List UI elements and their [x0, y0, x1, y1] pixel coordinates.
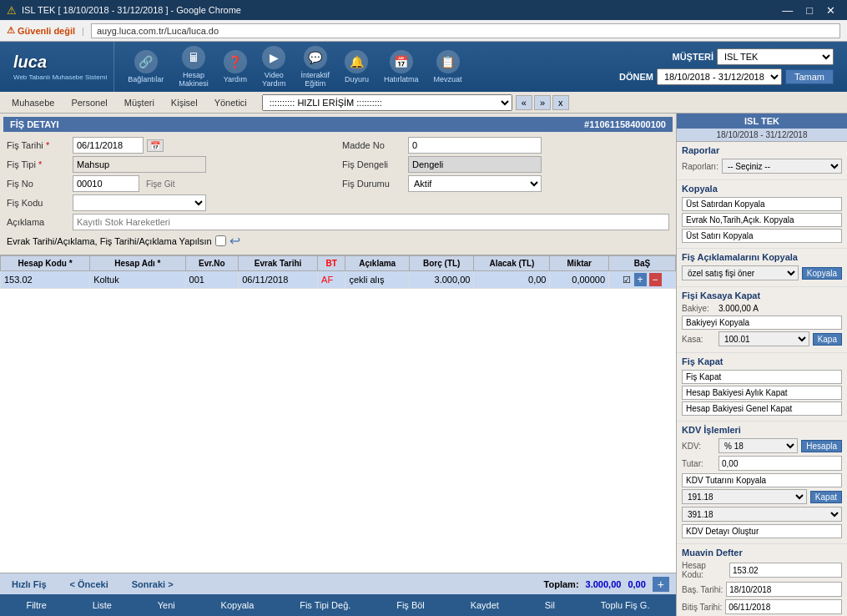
- table-row[interactable]: 06/11/2018 AF çekli alış 3.000,00 0,00 0…: [1, 271, 676, 289]
- hesap-bakiyesi-aylik-button[interactable]: Hesap Bakiyesi Aylık Kapat: [682, 386, 842, 400]
- url-bar[interactable]: [91, 23, 840, 38]
- fis-aciklama-row: özel satış fişi öner Kopyala: [682, 265, 842, 280]
- madde-no-input[interactable]: [408, 137, 542, 154]
- nav-close-button[interactable]: x: [552, 95, 569, 110]
- tamam-button[interactable]: Tamam: [785, 69, 834, 84]
- nav-mevzuat[interactable]: 📋 Mevzuat: [427, 47, 469, 87]
- remove-row-button[interactable]: −: [649, 273, 662, 286]
- muavin-hesap-kodu-label: Hesap Kodu:: [682, 561, 726, 579]
- aciklama-input[interactable]: [73, 214, 669, 230]
- liste-button[interactable]: Liste: [86, 598, 118, 612]
- bakiye-kopyala-button[interactable]: Bakiyeyi Kopyala: [682, 316, 842, 330]
- kasa-label: Kasa:: [682, 335, 715, 344]
- add-row-button[interactable]: +: [634, 273, 647, 286]
- evr-no-cell-input[interactable]: [189, 275, 219, 285]
- toplam-label: Toplam:: [544, 579, 579, 589]
- kaydet-button[interactable]: Kaydet: [464, 598, 506, 612]
- sil-button[interactable]: Sil: [538, 598, 562, 612]
- kdv-tutarini-kopyala-button[interactable]: KDV Tutarını Kopyala: [682, 473, 842, 487]
- nav-interaktif-egitim[interactable]: 💬 İnteraktifEğitim: [294, 43, 336, 91]
- fis-tipi-input[interactable]: [73, 156, 206, 173]
- menu-yonetici[interactable]: Yönetici: [206, 95, 255, 110]
- nav-baglantilar[interactable]: 🔗 Bağlantılar: [121, 47, 170, 87]
- fis-durumu-label: Fiş Durumu: [342, 179, 405, 189]
- menu-personel[interactable]: Personel: [63, 95, 115, 110]
- nav-duyuru-label: Duyuru: [345, 75, 369, 83]
- kdv-kapat-button[interactable]: Kapat: [810, 491, 842, 503]
- hesap-bakiyesi-genel-button[interactable]: Hesap Bakiyesi Genel Kapat: [682, 401, 842, 416]
- fis-durumu-select[interactable]: Aktif: [408, 175, 542, 192]
- nav-video-yardim[interactable]: ▶ VideoYardım: [255, 43, 292, 91]
- nav-duyuru[interactable]: 🔔 Duyuru: [338, 47, 376, 87]
- hesap-adi-cell-input[interactable]: [93, 275, 152, 285]
- menu-musteri[interactable]: Müşteri: [116, 95, 163, 110]
- td-hesap-adi[interactable]: [90, 271, 185, 289]
- muavin-bitis-tarihi-row: Bitiş Tarihi:: [682, 599, 842, 614]
- fis-kodu-select[interactable]: [73, 194, 206, 211]
- onceki-button[interactable]: < Önceki: [65, 578, 113, 591]
- fis-detay-section: FİŞ DETAYI #110611584000100 Fiş Tarihi *…: [0, 114, 676, 255]
- muavin-bas-tarihi-input[interactable]: [726, 582, 842, 597]
- hizli-erisim-select[interactable]: :::::::::: HIZLI ERİŞİM ::::::::::: [262, 94, 512, 111]
- toplam-borc: 3.000,00: [586, 579, 622, 589]
- nav-right-button[interactable]: »: [534, 95, 551, 110]
- td-hesap-kodu[interactable]: [1, 271, 90, 289]
- kopyala-button[interactable]: Kopyala: [214, 598, 261, 612]
- yeni-button[interactable]: Yeni: [151, 598, 182, 612]
- kasa-select[interactable]: 100.01: [718, 331, 809, 346]
- menu-kisisel[interactable]: Kişisel: [163, 95, 206, 110]
- nav-hatirlatma[interactable]: 📅 Hatırlatma: [377, 47, 426, 87]
- hizli-fis-button[interactable]: Hızlı Fiş: [7, 578, 52, 591]
- fis-no-input[interactable]: [73, 175, 139, 192]
- toplu-fis-button[interactable]: Toplu Fiş G.: [594, 598, 657, 612]
- nav-video-yardim-label: VideoYardım: [262, 71, 285, 88]
- fis-tipi-deg-button[interactable]: Fis Tipi Değ.: [293, 598, 357, 612]
- fis-tarihi-calendar-button[interactable]: 📅: [147, 139, 164, 152]
- security-badge: ⚠ Güvenli değil: [7, 25, 75, 36]
- kdv-191-select[interactable]: 191.18: [682, 489, 807, 504]
- raporlar-select[interactable]: -- Seçiniz --: [722, 159, 842, 174]
- logo-area: luca Web Tabanlı Muhasebe Sistemi: [7, 42, 114, 92]
- evrak-no-kopyala-button[interactable]: Evrak No,Tarih,Açık. Kopyala: [682, 213, 842, 227]
- kdv-hesapla-button[interactable]: Hesapla: [801, 440, 842, 452]
- muavin-bitis-tarihi-input[interactable]: [725, 599, 842, 614]
- fis-bol-button[interactable]: Fiş Böl: [390, 598, 431, 612]
- td-bas: ☑ + −: [609, 271, 676, 289]
- close-button[interactable]: ✕: [821, 4, 840, 17]
- kdv-391-select[interactable]: 391.18: [682, 507, 842, 522]
- menu-muhasebe[interactable]: Muhasebe: [3, 95, 63, 110]
- td-alacak: 0,00: [474, 271, 550, 289]
- fis-no-row: Fiş No Fişe Git: [7, 175, 334, 192]
- scroll-icon: ↩: [229, 233, 240, 249]
- fis-dengeli-input: [408, 156, 542, 173]
- table-header-row: Hesap Kodu * Hesap Adı * Evr.No Evrak Ta…: [1, 256, 676, 271]
- musteri-select[interactable]: ISL TEK: [717, 48, 834, 65]
- fis-tarihi-input[interactable]: [73, 137, 144, 154]
- ust-satir-kopyala-button[interactable]: Üst Satırdan Kopyala: [682, 197, 842, 211]
- sonraki-button[interactable]: Sonraki >: [127, 578, 179, 591]
- muavin-hesap-kodu-input[interactable]: [729, 563, 842, 578]
- nav-yardim[interactable]: ❓ Yardım: [217, 47, 254, 87]
- maximize-button[interactable]: □: [801, 4, 818, 17]
- kdv-detay-button[interactable]: KDV Detayı Oluştur: [682, 524, 842, 538]
- fis-kapat-section: Fiş Kapat Fiş Kapat Hesap Bakiyesi Aylık…: [677, 353, 847, 422]
- evrak-checkbox[interactable]: [215, 235, 226, 246]
- kdv-rate-select[interactable]: % 18: [718, 438, 798, 453]
- minimize-button[interactable]: —: [777, 4, 798, 17]
- hesap-kodu-cell-input[interactable]: [4, 275, 54, 285]
- nav-arrows: « » x: [516, 95, 569, 110]
- fis-kapat-button[interactable]: Fiş Kapat: [682, 370, 842, 384]
- donem-select[interactable]: 18/10/2018 - 31/12/2018: [657, 68, 782, 85]
- donem-label: DÖNEM: [619, 72, 653, 82]
- nav-hesap-makinesi[interactable]: 🖩 HesapMakinesi: [172, 43, 215, 91]
- nav-baglantilar-label: Bağlantılar: [128, 75, 164, 83]
- ust-satir-kopyala2-button[interactable]: Üst Satırı Kopyala: [682, 229, 842, 243]
- fis-aciklama-select[interactable]: özel satış fişi öner: [682, 265, 799, 280]
- kdv-tutar-input[interactable]: [718, 456, 842, 471]
- add-bottom-button[interactable]: +: [653, 577, 669, 592]
- fis-aciklama-kopyala-button[interactable]: Kopyala: [802, 267, 842, 280]
- aciklama-row: Açıklama: [3, 214, 673, 230]
- kapa-button[interactable]: Kapa: [813, 333, 842, 346]
- filtre-button[interactable]: Filtre: [19, 598, 53, 612]
- nav-left-button[interactable]: «: [516, 95, 532, 110]
